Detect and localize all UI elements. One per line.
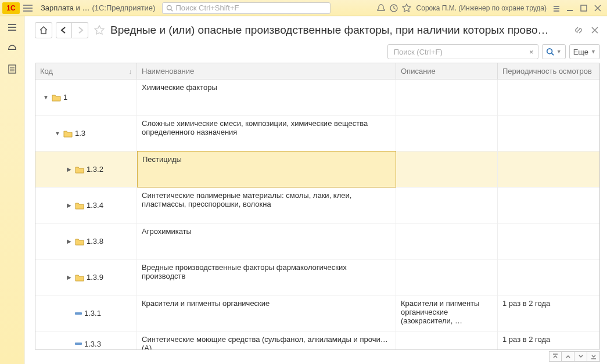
svg-rect-13 (8, 49, 16, 50)
scroll-bottom-button[interactable] (587, 351, 600, 362)
column-header-period[interactable]: Периодичность осмотров (498, 63, 599, 79)
list-toolbar: × ▼ Еще ▼ (35, 42, 601, 62)
table-row[interactable]: ▼1Химические факторы (35, 80, 599, 116)
grid-navigation-footer (549, 351, 600, 362)
name-value: Синтетические полимерные материалы: смол… (142, 191, 391, 208)
code-value: 1.3.4 (87, 201, 103, 210)
code-value: 1.3.8 (87, 237, 103, 246)
cell-code: 1.3.1 (35, 295, 137, 331)
cell-name: Синтетические моющие средства (сульфанол… (137, 331, 396, 349)
cell-code: ▶1.3.2 (35, 152, 137, 187)
expand-icon[interactable]: ▶ (66, 202, 73, 208)
scroll-down-button[interactable] (574, 351, 587, 362)
home-button[interactable] (35, 22, 52, 38)
column-header-code[interactable]: Код↓ (35, 63, 137, 79)
nav-back-button[interactable] (56, 22, 72, 38)
expand-icon[interactable]: ▶ (66, 166, 73, 172)
grid-header: Код↓ Наименование Описание Периодичность… (35, 63, 599, 80)
global-search-placeholder: Поиск Ctrl+Shift+F (175, 3, 239, 12)
search-clear-icon[interactable]: × (526, 48, 537, 56)
logo-1c: 1C (2, 2, 20, 14)
item-icon (75, 312, 82, 315)
svg-rect-4 (554, 8, 559, 9)
svg-rect-3 (554, 6, 559, 7)
cell-code: ▶1.3.8 (35, 224, 137, 259)
cell-period: 1 раз в 2 года (498, 295, 599, 331)
svg-rect-5 (554, 10, 559, 12)
folder-icon (75, 165, 84, 174)
table-row[interactable]: ▼1.3Сложные химические смеси, композиции… (35, 116, 599, 152)
name-value: Красители и пигменты органические (142, 299, 270, 308)
window-minimize[interactable] (563, 2, 577, 15)
collapse-icon[interactable]: ▼ (42, 94, 49, 100)
favorites-star-icon[interactable] (400, 2, 413, 15)
folder-icon (52, 93, 61, 102)
code-value: 1.3.2 (87, 165, 103, 174)
cell-desc (396, 224, 498, 259)
close-tab-button[interactable] (588, 24, 601, 37)
cell-name: Красители и пигменты органические (137, 295, 396, 331)
cell-period: 1 раз в 2 года (498, 331, 599, 349)
scroll-up-button[interactable] (562, 351, 574, 362)
table-row[interactable]: 1.3.3Синтетические моющие средства (суль… (35, 331, 599, 349)
list-search[interactable]: × (387, 44, 538, 59)
table-row[interactable]: ▶1.3.9Вредные производственные факторы ф… (35, 260, 599, 295)
cell-period (498, 188, 599, 223)
cell-period (498, 260, 599, 295)
cell-code: ▼1.3 (35, 116, 137, 151)
svg-point-20 (547, 49, 552, 54)
column-header-desc[interactable]: Описание (396, 63, 498, 79)
nav-forward-button[interactable] (72, 22, 88, 38)
global-search[interactable]: Поиск Ctrl+Shift+F (162, 2, 331, 14)
notifications-icon[interactable] (375, 2, 387, 15)
sections-menu-icon[interactable] (6, 21, 19, 34)
table-row[interactable]: 1.3.1Красители и пигменты органическиеКр… (35, 295, 599, 331)
link-icon[interactable] (572, 24, 585, 37)
advanced-search-button[interactable]: ▼ (542, 44, 566, 59)
cell-desc (396, 80, 498, 115)
svg-line-21 (551, 53, 554, 56)
window-maximize[interactable] (577, 2, 591, 15)
code-value: 1.3.9 (87, 273, 103, 282)
cell-name: Синтетические полимерные материалы: смол… (137, 188, 396, 223)
name-value: Сложные химические смеси, композиции, хи… (142, 119, 391, 136)
cell-name: Агрохимикаты (137, 224, 396, 259)
cell-code: ▼1 (35, 80, 137, 115)
app-name: Зарплата и … (41, 3, 89, 12)
list-search-input[interactable] (393, 47, 526, 57)
main-menu-button[interactable] (23, 2, 35, 14)
folder-icon (75, 273, 84, 282)
cell-name: Пестициды (137, 151, 396, 188)
factors-grid: Код↓ Наименование Описание Периодичность… (35, 63, 600, 350)
user-menu-dropdown[interactable] (550, 2, 563, 15)
safety-section-icon[interactable] (6, 42, 19, 55)
cell-code: 1.3.3 (35, 331, 137, 349)
documents-section-icon[interactable] (6, 63, 19, 75)
cell-period (498, 116, 599, 151)
history-icon[interactable] (387, 2, 400, 15)
cell-period (498, 224, 599, 259)
name-value: Агрохимикаты (142, 227, 192, 236)
search-icon (546, 48, 554, 56)
code-value: 1 (63, 93, 67, 102)
name-value: Химические факторы (142, 83, 217, 92)
collapse-icon[interactable]: ▼ (54, 130, 61, 136)
expand-icon[interactable]: ▶ (66, 238, 73, 244)
cell-desc (396, 331, 498, 349)
table-row[interactable]: ▶1.3.2Пестициды (35, 152, 599, 188)
table-row[interactable]: ▶1.3.8Агрохимикаты (35, 224, 599, 260)
sort-indicator-icon: ↓ (129, 68, 132, 75)
period-value: 1 раз в 2 года (502, 335, 550, 344)
user-name[interactable]: Сорока П.М. (Инженер по охране труда) (416, 4, 547, 12)
folder-icon (75, 237, 84, 246)
favorite-toggle-icon[interactable] (94, 25, 105, 35)
more-button[interactable]: Еще ▼ (569, 44, 600, 59)
app-subtitle: (1С:Предприятие) (92, 3, 155, 12)
column-header-name[interactable]: Наименование (137, 63, 396, 79)
item-icon (75, 343, 82, 345)
table-row[interactable]: ▶1.3.4Синтетические полимерные материалы… (35, 188, 599, 224)
scroll-top-button[interactable] (549, 351, 562, 362)
window-close[interactable] (591, 2, 605, 15)
page-header: Вредные и (или) опасные производственные… (35, 19, 601, 42)
expand-icon[interactable]: ▶ (66, 274, 73, 280)
